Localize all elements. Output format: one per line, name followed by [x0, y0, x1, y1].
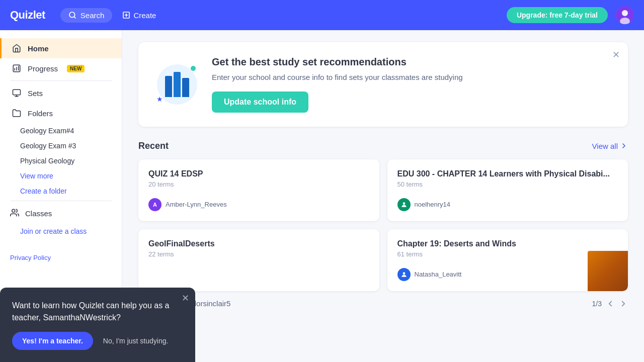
book-1	[165, 76, 172, 97]
user-avatar[interactable]	[616, 6, 634, 24]
teal-dot	[191, 66, 196, 71]
sidebar-item-folders[interactable]: Folders	[0, 103, 122, 123]
divider-1	[10, 80, 112, 81]
svg-line-1	[74, 17, 75, 18]
card-title: EDU 300 - CHAPTER 14 Learners with Physi…	[397, 169, 618, 178]
card-title: Chapter 19: Deserts and Winds	[397, 239, 618, 248]
sidebar-folder-geology4[interactable]: Geology Exam#4	[0, 123, 122, 138]
banner-content: Get the best study set recommendations E…	[212, 56, 612, 113]
sidebar-home-label: Home	[28, 44, 49, 53]
view-more-label: View more	[20, 172, 53, 180]
banner-illustration: ★	[154, 62, 200, 107]
svg-point-16	[403, 202, 405, 205]
banner-title: Get the best study set recommendations	[212, 56, 612, 68]
classes-icon	[10, 208, 19, 219]
card-author: Natasha_Leavitt	[397, 268, 618, 281]
card-terms: 20 terms	[148, 180, 369, 188]
main-content: ★ Get the best study set recommendations…	[122, 30, 644, 362]
card-terms: 50 terms	[397, 180, 618, 188]
sidebar-item-classes[interactable]: Classes	[0, 203, 122, 224]
books-illustration	[165, 72, 189, 97]
recommendation-banner: ★ Get the best study set recommendations…	[138, 42, 628, 127]
search-icon	[68, 11, 76, 19]
book-2	[174, 72, 181, 97]
pagination-count: 1/3	[592, 300, 602, 308]
studied-section-header: ...lied sets by taylorsinclair5 1/3	[138, 299, 628, 308]
pagination-next-button[interactable]	[619, 299, 628, 308]
study-card-2[interactable]: EDU 300 - CHAPTER 14 Learners with Physi…	[387, 159, 628, 221]
join-class-label: Join or create a class	[20, 227, 87, 235]
recent-section-header: Recent View all	[138, 141, 628, 151]
sidebar-item-home[interactable]: Home	[0, 38, 122, 58]
folder-item-label: Physical Geology	[20, 157, 74, 165]
study-card-4[interactable]: Chapter 19: Deserts and Winds 61 terms N…	[387, 229, 628, 291]
progress-icon	[12, 63, 22, 73]
sidebar-create-folder[interactable]: Create a folder	[0, 184, 122, 199]
author-name: noelhenry14	[415, 201, 451, 208]
sidebar-item-progress[interactable]: Progress NEW	[0, 58, 122, 78]
card-terms: 61 terms	[397, 250, 618, 258]
teacher-popup-text: Want to learn how Quizlet can help you a…	[12, 300, 183, 324]
top-navigation: Quizlet Search Create Upgrade: free 7-da…	[0, 0, 644, 30]
sidebar-view-more[interactable]: View more	[0, 168, 122, 184]
author-avatar: A	[148, 198, 162, 211]
create-button[interactable]: Create	[122, 11, 156, 20]
star-icon: ★	[156, 95, 163, 103]
create-label: Create	[133, 11, 156, 20]
pagination-controls: 1/3	[592, 299, 628, 308]
create-folder-label: Create a folder	[20, 187, 67, 195]
teacher-no-button[interactable]: No, I'm just studying.	[99, 332, 173, 350]
divider-2	[10, 201, 112, 201]
pagination-prev-button[interactable]	[606, 299, 615, 308]
sidebar-folder-geology3[interactable]: Geology Exam #3	[0, 138, 122, 153]
sidebar-folder-physical[interactable]: Physical Geology	[0, 153, 122, 168]
privacy-label: Privacy Policy	[10, 254, 51, 261]
sets-icon	[12, 88, 22, 98]
study-card-1[interactable]: QUIZ 14 EDSP 20 terms A Amber-Lynn_Reeve…	[138, 159, 379, 221]
create-icon	[122, 11, 130, 19]
view-all-button[interactable]: View all	[592, 142, 628, 150]
chevron-left-icon	[606, 299, 615, 308]
teacher-yes-button[interactable]: Yes! I'm a teacher.	[12, 332, 93, 350]
nav-right: Upgrade: free 7-day trial	[507, 6, 634, 24]
card-thumbnail	[588, 251, 628, 291]
study-card-3[interactable]: GeolFinalDeserts 22 terms	[138, 229, 379, 291]
sidebar-privacy-policy[interactable]: Privacy Policy	[0, 244, 122, 272]
folder-item-label: Geology Exam #3	[20, 142, 76, 150]
svg-point-6	[622, 10, 628, 16]
banner-close-button[interactable]: ✕	[612, 50, 620, 59]
sidebar-join-class[interactable]: Join or create a class	[0, 224, 122, 239]
banner-description: Enter your school and course info to fin…	[212, 72, 612, 83]
svg-point-15	[12, 209, 15, 212]
sidebar-classes-label: Classes	[25, 209, 52, 218]
card-terms: 22 terms	[148, 250, 369, 258]
chevron-right-icon	[620, 142, 628, 150]
search-button[interactable]: Search	[60, 8, 113, 23]
upgrade-button[interactable]: Upgrade: free 7-day trial	[507, 7, 608, 23]
author-name: Amber-Lynn_Reeves	[166, 201, 227, 208]
book-3	[182, 78, 189, 97]
home-icon	[12, 43, 22, 53]
search-label: Search	[80, 11, 105, 20]
teacher-popup-close-button[interactable]: ✕	[182, 294, 189, 303]
sidebar-folders-label: Folders	[28, 109, 53, 118]
author-avatar	[397, 268, 411, 281]
teacher-popup-buttons: Yes! I'm a teacher. No, I'm just studyin…	[12, 332, 183, 350]
card-title: QUIZ 14 EDSP	[148, 169, 369, 178]
card-author: noelhenry14	[397, 198, 618, 211]
logo[interactable]: Quizlet	[10, 9, 45, 22]
update-school-button[interactable]: Update school info	[212, 92, 308, 113]
view-all-label: View all	[592, 142, 618, 150]
card-author: A Amber-Lynn_Reeves	[148, 198, 369, 211]
recent-title: Recent	[138, 141, 169, 151]
sidebar-item-sets[interactable]: Sets	[0, 83, 122, 103]
author-name: Natasha_Leavitt	[415, 270, 462, 278]
svg-point-17	[403, 272, 405, 275]
svg-rect-12	[13, 89, 21, 95]
folders-icon	[12, 108, 22, 118]
sidebar-progress-label: Progress	[28, 64, 58, 73]
sidebar-sets-label: Sets	[28, 89, 43, 98]
chevron-right-icon	[619, 299, 628, 308]
card-title: GeolFinalDeserts	[148, 239, 369, 248]
recent-cards-grid: QUIZ 14 EDSP 20 terms A Amber-Lynn_Reeve…	[138, 159, 628, 291]
